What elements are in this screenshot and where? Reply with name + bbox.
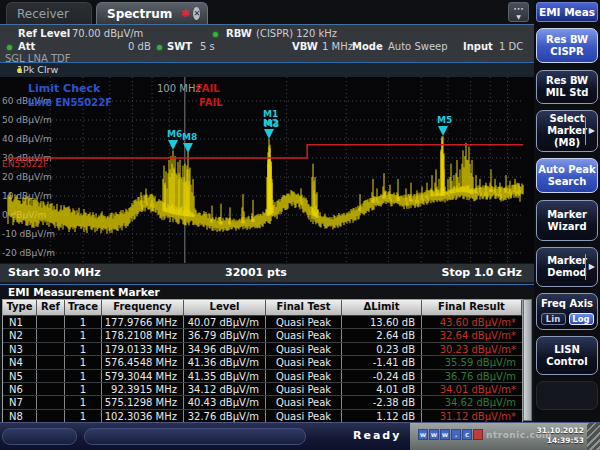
table-row-n4[interactable]: N41576.4548 MHz41.36 dBµV/mQuasi Peak-1.… (3, 355, 522, 368)
rbw-value[interactable]: (CISPR) 120 kHz (256, 28, 337, 39)
table-row-n1[interactable]: N11177.9766 MHz40.07 dBµV/mQuasi Peak13.… (3, 315, 522, 328)
mode-value[interactable]: Auto Sweep (388, 41, 448, 52)
trace-indicator-bar: 1Pk Clrw (0, 62, 534, 77)
status-button-center[interactable] (84, 428, 306, 445)
cell-frequency: 178.2108 MHz (102, 329, 184, 341)
marker-m8-icon[interactable] (182, 143, 194, 153)
softkey-freqaxis[interactable]: Freq AxisLinLog (536, 293, 598, 330)
marker-m1-icon[interactable] (263, 129, 275, 139)
watermark: www.c ntronic.com (418, 429, 552, 440)
softkey-label: (M8) (554, 137, 580, 149)
table-row-n2[interactable]: N21178.2108 MHz36.79 dBµV/mQuasi Peak2.6… (3, 328, 522, 341)
vbw-value[interactable]: 1 MHz (322, 41, 353, 52)
cell-trace: 1 (65, 370, 102, 382)
lin-log-toggle: LinLog (541, 313, 594, 325)
softkey-marker-wizard[interactable]: MarkerWizard (536, 200, 598, 241)
frequency-scale-bar: Start 30.0 MHz 32001 pts Stop 1.0 GHz (0, 263, 534, 282)
trace-indicator[interactable]: 1Pk Clrw (17, 63, 58, 77)
marker-m6-icon[interactable] (167, 140, 179, 150)
cell-final_result: 30.23 dBµV/m* (422, 343, 522, 355)
cell-trace: 1 (65, 383, 102, 395)
tab-receiver-label: Receiver (17, 7, 69, 21)
softkey-marker-demod[interactable]: MarkerDemod▶ (536, 247, 598, 287)
mode-label: Mode (352, 41, 383, 52)
softkey-label: Freq Axis (541, 298, 593, 310)
cell-frequency: 179.0133 MHz (102, 343, 184, 355)
cell-level: 36.79 dBµV/m (184, 329, 266, 341)
softkey-autopeak-search[interactable]: Auto PeakSearch (536, 158, 598, 193)
cell-final_result: 35.59 dBµV/m (422, 356, 522, 368)
toggle-option-log[interactable]: Log (569, 313, 594, 325)
marker-label-m6: M6 (167, 129, 182, 139)
swt-coupled-dot (157, 45, 162, 50)
status-bar: Ready www.c ntronic.com 31.10.2012 14:39… (0, 422, 600, 450)
table-row-n3[interactable]: N31179.0133 MHz34.96 dBµV/mQuasi Peak0.2… (3, 342, 522, 355)
cell-final_result: 36.76 dBµV/m (422, 370, 522, 382)
cell-ref (37, 410, 65, 422)
vbw-label: VBW (292, 41, 318, 52)
table-row-n5[interactable]: N51579.3044 MHz41.35 dBµV/mQuasi Peak-0.… (3, 369, 522, 382)
column-header-frequency: Frequency (102, 300, 184, 315)
cell-type: N8 (3, 410, 37, 422)
start-frequency: Start 30.0 MHz (8, 264, 101, 282)
cell-trace: 1 (65, 356, 102, 368)
softkey-menu-title: EMI Meas (536, 2, 598, 22)
tab-bar: Receiver Spectrum ✱ ✕ •••▼ (0, 0, 534, 24)
softkey-lisn-control[interactable]: LISNControl (536, 336, 598, 375)
cell-final_test: Quasi Peak (266, 410, 342, 422)
input-value[interactable]: 1 DC (499, 41, 523, 52)
settings-header: Ref Level 70.00 dBµV/m RBW (CISPR) 120 k… (0, 24, 534, 62)
window-menu-button[interactable]: •••▼ (508, 2, 529, 22)
cell-final_test: Quasi Peak (266, 396, 342, 408)
ref-level-label: Ref Level (18, 28, 70, 39)
softkey-label: LISN (554, 344, 580, 356)
tab-receiver[interactable]: Receiver (6, 2, 92, 24)
toggle-option-lin[interactable]: Lin (541, 313, 566, 325)
table-row-n6[interactable]: N6192.3915 MHz34.12 dBµV/mQuasi Peak4.01… (3, 382, 522, 395)
softkey-label: Control (546, 356, 587, 368)
softkey-resbw-cispr[interactable]: Res BWCISPR (536, 28, 598, 63)
marker-label-m5: M5 (437, 115, 452, 125)
ref-level-value[interactable]: 70.00 dBµV/m (72, 28, 143, 39)
att-value[interactable]: 0 dB (128, 41, 151, 52)
rbw-coupled-dot (213, 32, 218, 37)
cell-level: 34.96 dBµV/m (184, 343, 266, 355)
column-header-level: Level (184, 300, 266, 315)
table-row-n7[interactable]: N71575.1298 MHz40.43 dBµV/mQuasi Peak-2.… (3, 395, 522, 408)
status-bar-right: www.c ntronic.com 31.10.2012 14:39:53 (410, 423, 600, 450)
column-header-type: Type (3, 300, 37, 315)
cell-ref (37, 316, 65, 328)
cell-type: N5 (3, 370, 37, 382)
cell-delta_limit: -0.24 dB (342, 370, 422, 382)
tab-spectrum-label: Spectrum (107, 7, 172, 21)
softkey-label: Marker (547, 255, 587, 267)
swt-value[interactable]: 5 s (200, 41, 215, 52)
cell-level: 41.35 dBµV/m (184, 370, 266, 382)
att-coupled-dot (7, 45, 12, 50)
cell-final_result: 34.01 dBµV/m* (422, 383, 522, 395)
tab-close-icon[interactable]: ✕ (193, 7, 200, 20)
status-button-left[interactable] (2, 428, 77, 445)
marker-label-m3: M3 (264, 119, 279, 129)
softkey-resbw-milstd[interactable]: Res BWMIL Std (536, 70, 598, 104)
modified-star-icon: ✱ (180, 8, 189, 19)
softkey-select-marker-m8[interactable]: SelectMarker(M8)▶ (536, 110, 598, 152)
resize-grip-icon (587, 423, 600, 450)
gridline-100mhz-label: 100 MHz (157, 83, 201, 94)
softkey-label: Wizard (547, 221, 586, 233)
cell-final_test: Quasi Peak (266, 343, 342, 355)
table-row-n8[interactable]: N81102.3036 MHz32.76 dBµV/mQuasi Peak1.1… (3, 409, 522, 422)
tab-spectrum[interactable]: Spectrum ✱ ✕ (96, 2, 208, 24)
cell-delta_limit: 4.01 dB (342, 383, 422, 395)
cell-level: 40.07 dBµV/m (184, 316, 266, 328)
marker-m5-icon[interactable] (437, 126, 449, 136)
softkey-label: Search (548, 176, 587, 188)
marker-label-m8: M8 (182, 132, 197, 142)
table-scrollbar[interactable] (523, 299, 532, 421)
softkey-label: Select (550, 113, 585, 125)
limit-check-result: FAIL (196, 83, 220, 94)
att-label: Att (18, 41, 35, 52)
column-header-ref: Ref (37, 300, 65, 315)
cell-trace: 1 (65, 329, 102, 341)
ready-status: Ready (353, 429, 401, 442)
